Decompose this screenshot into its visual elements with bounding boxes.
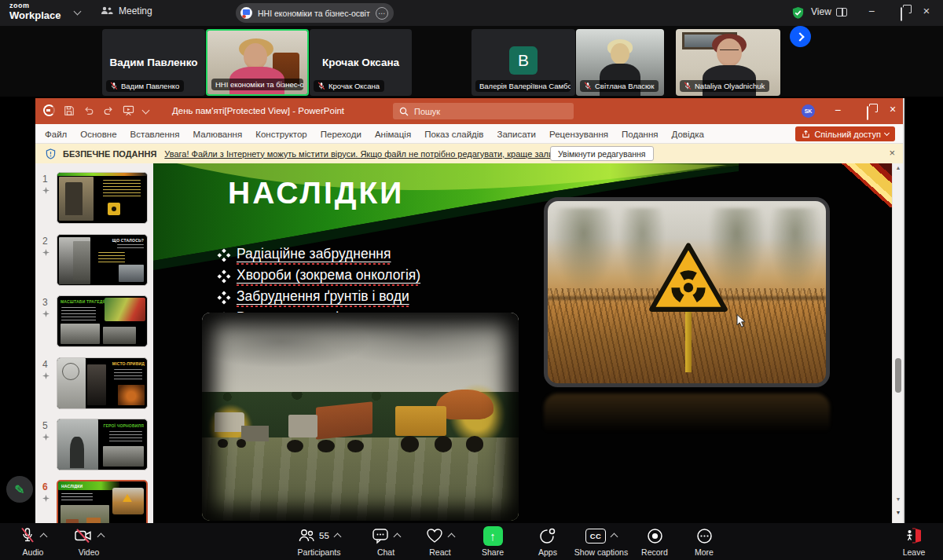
tab-record[interactable]: Записати <box>497 130 536 139</box>
participants-label: Participants <box>298 547 341 557</box>
slide-thumbnail-2[interactable]: ЩО СТАЛОСЬ? <box>57 234 148 286</box>
tile-name-label: Світлана Власюк <box>580 80 659 92</box>
video-tile-nataliya-olyadnichuk[interactable]: Nataliya Olyadnichuk <box>676 29 780 96</box>
thumb-title: ЩО СТАЛОСЬ? <box>112 238 144 243</box>
chat-options-chevron[interactable] <box>394 533 402 541</box>
meeting-more-icon[interactable]: ⋯ <box>376 7 388 20</box>
restore-button[interactable] <box>893 8 910 20</box>
tab-home[interactable]: Основне <box>80 130 116 139</box>
ppt-close-button[interactable]: × <box>884 103 901 115</box>
participants-options-chevron[interactable] <box>333 533 341 541</box>
tile-name-text: Вадим Павленко <box>121 82 179 90</box>
security-shield-icon[interactable] <box>791 6 805 20</box>
slide-thumbnail-6[interactable]: НАСЛІДКИ <box>57 480 148 523</box>
tab-view[interactable]: Подання <box>622 130 658 139</box>
slide-editing-area[interactable]: НАСЛІДКИ Радіаційне забруднення Хвороби … <box>153 163 892 523</box>
abandoned-trucks-photo[interactable] <box>202 313 519 521</box>
tab-review[interactable]: Рецензування <box>549 130 608 139</box>
slide-thumbnail-4[interactable]: МІСТО-ПРИВИД <box>57 357 148 409</box>
video-tile-krochak-oksana[interactable]: Крочак Оксана Крочак Оксана <box>310 29 412 96</box>
radiation-sign-photo[interactable] <box>544 197 830 387</box>
thumb-text-lines <box>98 252 125 265</box>
scrollbar-thumb[interactable] <box>895 358 901 393</box>
react-options-chevron[interactable] <box>448 533 456 541</box>
animation-star-icon <box>42 249 50 256</box>
protected-bar-close-icon[interactable]: × <box>889 147 895 159</box>
animation-star-icon <box>42 495 50 502</box>
scroll-up-icon[interactable]: ▲ <box>893 165 903 170</box>
ppt-minimize-button[interactable]: − <box>829 104 846 116</box>
tab-insert[interactable]: Вставлення <box>130 130 180 139</box>
undo-icon[interactable] <box>83 105 94 116</box>
active-meeting-pill[interactable]: ННІ економіки та бізнес-освіт ⋯ <box>236 3 394 23</box>
slide-title[interactable]: НАСЛІДКИ <box>228 176 404 210</box>
video-tile-svitlana-vlasiuk[interactable]: Світлана Власюк <box>576 29 664 96</box>
video-tile-vadym-pavlenko[interactable]: Вадим Павленко Вадим Павленко <box>102 29 205 96</box>
tab-animations[interactable]: Анімація <box>375 130 411 139</box>
redo-icon[interactable] <box>103 105 114 116</box>
close-button[interactable]: × <box>918 4 935 17</box>
tab-help[interactable]: Довідка <box>671 130 703 139</box>
scroll-down-icon[interactable]: ▼ <box>893 496 903 502</box>
chat-button[interactable]: Chat <box>354 526 417 557</box>
thumb-radiation-badge <box>112 207 116 211</box>
view-layout-icon <box>836 8 847 16</box>
video-button[interactable]: Video <box>57 526 120 557</box>
audio-options-chevron[interactable] <box>40 533 48 541</box>
video-options-chevron[interactable] <box>97 533 105 541</box>
share-screen-button[interactable]: ↑ Share <box>461 526 524 557</box>
customize-toolbar-icon[interactable] <box>142 107 150 115</box>
vertical-scrollbar[interactable]: ▲ ▼ ▼ <box>892 163 903 523</box>
search-box[interactable] <box>393 103 574 119</box>
slide-number: 5 <box>42 420 48 431</box>
powerpoint-icon[interactable] <box>43 104 55 116</box>
person-silhouette <box>244 43 267 70</box>
tab-draw[interactable]: Малювання <box>193 130 242 139</box>
truck-silhouette <box>395 390 494 452</box>
save-icon[interactable] <box>64 105 75 116</box>
next-participants-button[interactable] <box>790 26 811 47</box>
video-tile-active-speaker[interactable]: ННІ економіки та бізнес-освіти... <box>206 29 309 96</box>
tab-slideshow[interactable]: Показ слайдів <box>424 130 483 139</box>
thumb-title: МАСШТАБИ ТРАГЕДІЇ <box>61 299 105 304</box>
heart-icon <box>426 528 443 544</box>
audio-button[interactable]: Audio <box>2 526 64 557</box>
next-slide-icon[interactable]: ▼ <box>893 510 903 515</box>
meeting-tab-label: Meeting <box>119 5 152 16</box>
zoom-top-bar: zoom Workplace Meeting ННІ економіки та … <box>0 0 943 26</box>
leave-button[interactable]: Leave <box>882 526 943 557</box>
chevron-down-icon <box>884 130 890 136</box>
diamond-bullet-icon <box>222 295 226 300</box>
start-slideshow-icon[interactable] <box>123 105 134 116</box>
video-tile-valeriia-samborska[interactable]: B Валерія Валеріївна Самборська <box>472 29 575 96</box>
participants-button[interactable]: 55 Participants <box>288 526 350 557</box>
thumb-text-lines <box>109 431 142 442</box>
tab-design[interactable]: Конструктор <box>255 130 307 139</box>
tab-transitions[interactable]: Переходи <box>321 130 361 139</box>
slide-thumbnail-5[interactable]: ГЕРОЇ ЧОРНОБИЛЯ <box>57 419 148 470</box>
meeting-title: ННІ економіки та бізнес-освіт <box>258 9 370 18</box>
captions-options-chevron[interactable] <box>611 533 618 541</box>
zoom-workplace-logo: zoom Workplace <box>9 2 61 20</box>
tile-name-label: Вадим Павленко <box>106 80 184 92</box>
tab-file[interactable]: Файл <box>45 130 67 139</box>
ppt-restore-button[interactable] <box>859 107 876 119</box>
chevron-down-icon[interactable] <box>74 8 82 16</box>
annotate-button[interactable]: ✎ <box>6 476 33 503</box>
more-button[interactable]: More <box>673 526 736 557</box>
slide-thumbnail-1[interactable] <box>57 172 148 224</box>
captions-label: Show captions <box>574 547 628 557</box>
thumb-firefighter-silhouette <box>70 437 84 468</box>
share-button[interactable]: Спільний доступ <box>795 126 895 141</box>
workplace-logo-text: Workplace <box>9 10 61 20</box>
record-icon <box>647 528 663 544</box>
view-button[interactable]: View <box>811 6 847 17</box>
animation-star-icon <box>42 434 50 441</box>
tab-meeting[interactable]: Meeting <box>101 5 152 16</box>
minimize-button[interactable]: − <box>863 5 880 17</box>
slide-thumbnail-3[interactable]: МАСШТАБИ ТРАГЕДІЇ <box>57 295 148 347</box>
account-avatar[interactable]: SK <box>802 104 815 118</box>
thumb-photo <box>87 364 106 405</box>
enable-editing-button[interactable]: Увімкнути редагування <box>550 146 654 161</box>
search-input[interactable] <box>414 107 548 116</box>
